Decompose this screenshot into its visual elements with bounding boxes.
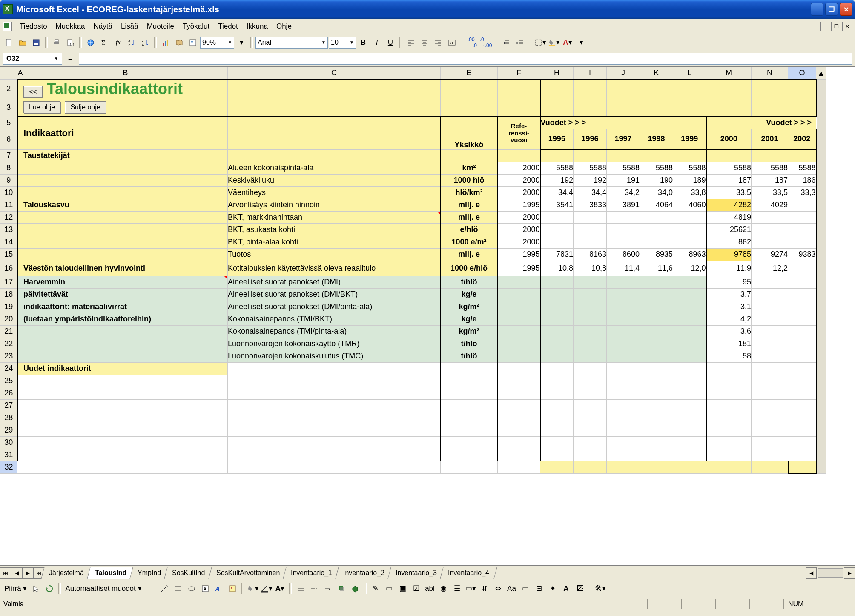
form-spin-icon[interactable]: ⇵	[478, 582, 491, 595]
increase-indent-icon[interactable]	[514, 36, 526, 49]
autoshapes-menu[interactable]: Automaattiset muodot ▾	[63, 584, 143, 593]
col-L[interactable]: L	[673, 67, 706, 80]
spreadsheet-grid[interactable]: A B C E F H I J K L M N O ▲ 2 << Talousi…	[0, 66, 855, 565]
menu-help[interactable]: Ohje	[272, 20, 296, 32]
fill-color-icon[interactable]: ▾	[548, 36, 560, 49]
menu-tools[interactable]: Työkalut	[178, 20, 214, 32]
decrease-indent-icon[interactable]	[500, 36, 513, 49]
tab-talousind[interactable]: TalousInd	[87, 567, 134, 579]
open-file-icon[interactable]	[16, 36, 29, 49]
form-combo-icon[interactable]: ▭	[383, 582, 396, 595]
tools-icon[interactable]: 🛠▾	[594, 582, 607, 595]
form-option-icon[interactable]: ◉	[437, 582, 450, 595]
save-file-icon[interactable]	[30, 36, 43, 49]
col-M[interactable]: M	[706, 67, 752, 80]
chart-wizard-icon[interactable]	[159, 36, 172, 49]
sort-desc-icon[interactable]: ZA	[139, 36, 152, 49]
col-C[interactable]: C	[228, 67, 441, 80]
fill-color2-icon[interactable]: ▾	[247, 582, 259, 595]
form-label-icon[interactable]: Aa	[505, 582, 518, 595]
menu-insert[interactable]: Lisää	[117, 20, 143, 32]
shadow-icon[interactable]	[335, 582, 348, 595]
menu-view[interactable]: Näytä	[89, 20, 117, 32]
map-icon[interactable]	[173, 36, 186, 49]
align-center-icon[interactable]	[418, 36, 431, 49]
sulje-ohje-button[interactable]: Sulje ohje	[65, 101, 106, 113]
sort-asc-icon[interactable]: AZ	[125, 36, 138, 49]
hscroll-thumb[interactable]	[818, 568, 843, 578]
form-code-icon[interactable]: A	[560, 582, 573, 595]
clipart-icon[interactable]	[226, 582, 239, 595]
tab-ympind[interactable]: YmpInd	[130, 567, 169, 579]
italic-icon[interactable]: I	[370, 36, 383, 49]
tab-soskultind[interactable]: SosKultInd	[164, 567, 213, 579]
form-check-icon[interactable]: ☑	[410, 582, 423, 595]
more-format-icon[interactable]: ▾	[575, 36, 588, 49]
form-group-icon[interactable]: ▣	[396, 582, 409, 595]
hscroll-left[interactable]: ◀	[806, 567, 817, 579]
tab-inventaario4[interactable]: Inventaario_4	[440, 567, 497, 579]
col-H[interactable]: H	[540, 67, 574, 80]
merge-center-icon[interactable]: a	[445, 36, 458, 49]
menu-data[interactable]: Tiedot	[214, 20, 242, 32]
decrease-decimal-icon[interactable]: .0→.00	[479, 36, 492, 49]
line-color-icon[interactable]: ▾	[260, 582, 273, 595]
align-right-icon[interactable]	[432, 36, 445, 49]
tab-inventaario3[interactable]: Inventaario_3	[388, 567, 445, 579]
zoom-combo[interactable]: 90%▼	[200, 37, 234, 49]
3d-icon[interactable]	[349, 582, 362, 595]
vertical-scrollbar[interactable]	[816, 80, 826, 474]
scroll-area-head[interactable]: ▲	[816, 67, 826, 80]
dash-style-icon[interactable]	[308, 582, 321, 595]
piirra-label[interactable]: Piirrä ▾	[3, 584, 29, 593]
wordart-icon[interactable]: A	[212, 582, 225, 595]
col-I[interactable]: I	[574, 67, 607, 80]
back-button[interactable]: <<	[23, 86, 43, 98]
col-A[interactable]: A	[17, 67, 23, 80]
tab-nav-next[interactable]: ▶	[22, 567, 33, 579]
oval-icon[interactable]	[185, 582, 198, 595]
arrow-style-icon[interactable]	[321, 582, 334, 595]
tab-soskultarvottaminen[interactable]: SosKultArvottaminen	[208, 567, 287, 579]
form-button-icon[interactable]: ▭	[519, 582, 532, 595]
globe-icon[interactable]	[84, 36, 97, 49]
arrow-icon[interactable]	[158, 582, 171, 595]
form-combobox-icon[interactable]: ▭▾	[465, 582, 477, 595]
name-box[interactable]: O32▼	[3, 53, 62, 65]
form-text-icon[interactable]: abl	[424, 582, 436, 595]
lue-ohje-button[interactable]: Lue ohje	[23, 101, 60, 113]
menu-file[interactable]: Tiedosto	[15, 20, 52, 32]
col-O[interactable]: O	[788, 67, 816, 80]
col-E[interactable]: E	[441, 67, 498, 80]
col-F[interactable]: F	[498, 67, 540, 80]
col-K[interactable]: K	[640, 67, 673, 80]
form-properties-icon[interactable]: ✦	[546, 582, 559, 595]
menu-format[interactable]: Muotoile	[143, 20, 178, 32]
close-button[interactable]: ✕	[840, 3, 852, 16]
hscroll-right[interactable]: ▶	[844, 567, 855, 579]
drawing-toolbar-icon[interactable]	[186, 36, 199, 49]
underline-icon[interactable]: U	[384, 36, 397, 49]
mdi-minimize-button[interactable]: _	[820, 22, 830, 31]
font-color-icon[interactable]: A▾	[561, 36, 574, 49]
mdi-restore-button[interactable]: ❐	[831, 22, 841, 31]
function-icon[interactable]: fx	[112, 36, 124, 49]
form-image-icon[interactable]: 🖼	[574, 582, 586, 595]
new-file-icon[interactable]	[3, 36, 15, 49]
tab-jarjestelma[interactable]: Järjestelmä	[41, 567, 92, 579]
formula-input[interactable]	[79, 53, 852, 65]
tab-inventaario2[interactable]: Inventaario_2	[336, 567, 393, 579]
rotate-icon[interactable]	[43, 582, 56, 595]
autosum-icon[interactable]: Σ	[98, 36, 111, 49]
menu-edit[interactable]: Muokkaa	[52, 20, 89, 32]
menu-window[interactable]: Ikkuna	[242, 20, 272, 32]
form-new-icon[interactable]: ✎	[369, 582, 382, 595]
form-list-icon[interactable]: ☰	[451, 582, 464, 595]
textbox-icon[interactable]: A	[199, 582, 212, 595]
col-N[interactable]: N	[752, 67, 788, 80]
selected-cell-O32[interactable]	[788, 461, 816, 473]
line-style-icon[interactable]	[294, 582, 307, 595]
col-B[interactable]: B	[23, 67, 228, 80]
font-combo[interactable]: Arial▼	[255, 37, 328, 49]
tab-nav-prev[interactable]: ◀	[11, 567, 22, 579]
